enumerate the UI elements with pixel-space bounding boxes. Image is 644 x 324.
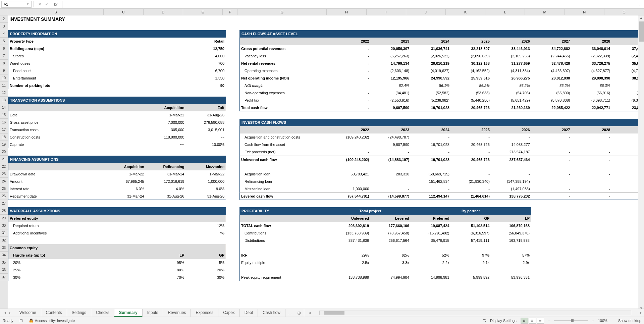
view-page-layout-icon[interactable]: ▤ bbox=[529, 318, 536, 324]
row-header[interactable]: 5 bbox=[0, 38, 8, 45]
select-all[interactable] bbox=[0, 9, 8, 15]
tab-contents[interactable]: Contents bbox=[41, 309, 67, 317]
row-header[interactable]: 28 bbox=[0, 207, 8, 215]
row-header[interactable]: 34 bbox=[0, 252, 8, 259]
vertical-scrollbar[interactable]: ▲ ▼ bbox=[638, 15, 644, 311]
formula-bar: A1▼ ✕ ✓ fx ⌄ bbox=[0, 0, 644, 9]
tab-capex[interactable]: Capex bbox=[218, 309, 240, 317]
row-header[interactable]: 4 bbox=[0, 30, 8, 38]
row-header[interactable]: 23 bbox=[0, 170, 8, 178]
status-bar: Ready ▢ 🙇 Accessibility: Investigate 🖵 D… bbox=[0, 317, 644, 324]
row-header[interactable]: 7 bbox=[0, 52, 8, 60]
tab-nav-prev-icon[interactable]: ► bbox=[8, 311, 11, 315]
zoom-slider[interactable] bbox=[554, 320, 588, 321]
view-page-break-icon[interactable]: ▭ bbox=[537, 318, 544, 324]
confirm-icon[interactable]: ✓ bbox=[45, 2, 49, 7]
col-header[interactable]: F bbox=[223, 9, 237, 15]
sheet-tab-bar: ◄ ► WelcomeContentsSettingsChecksSummary… bbox=[0, 309, 644, 317]
tab-summary[interactable]: Summary bbox=[114, 309, 143, 317]
tab-welcome[interactable]: Welcome bbox=[15, 309, 41, 317]
macro-record-icon[interactable]: ▢ bbox=[19, 318, 23, 323]
row-header[interactable]: 10 bbox=[0, 74, 8, 82]
cancel-icon[interactable]: ✕ bbox=[38, 2, 42, 7]
row-header[interactable]: 30 bbox=[0, 222, 8, 229]
col-header[interactable]: M bbox=[525, 9, 565, 15]
fx-icon[interactable]: fx bbox=[54, 2, 57, 7]
hscroll-left-icon[interactable]: ◄ bbox=[307, 311, 313, 315]
row-header[interactable]: 35 bbox=[0, 259, 8, 266]
tab-add-icon[interactable]: ⊕ bbox=[294, 310, 304, 316]
row-header[interactable]: 8 bbox=[0, 60, 8, 67]
row-header[interactable]: 19 bbox=[0, 141, 8, 148]
row-header[interactable]: 37 bbox=[0, 274, 8, 281]
row-header[interactable]: 18 bbox=[0, 133, 8, 141]
tab-debt[interactable]: Debt bbox=[240, 309, 258, 317]
row-header[interactable]: 12 bbox=[0, 89, 8, 97]
row-header[interactable]: 6 bbox=[0, 45, 8, 52]
status-ready: Ready bbox=[3, 319, 13, 323]
row-header[interactable]: 2 bbox=[0, 15, 8, 23]
tab-inputs[interactable]: Inputs bbox=[143, 309, 163, 317]
tab-revenues[interactable]: Revenues bbox=[163, 309, 191, 317]
row-header[interactable]: 17 bbox=[0, 126, 8, 133]
accessibility-icon[interactable]: 🙇 bbox=[29, 318, 34, 323]
zoom-in-icon[interactable]: + bbox=[592, 319, 594, 323]
hscroll-right-icon[interactable]: ► bbox=[638, 311, 644, 315]
col-header[interactable]: O bbox=[604, 9, 644, 15]
chevron-down-icon[interactable]: ▼ bbox=[26, 3, 29, 6]
col-header[interactable]: K bbox=[446, 9, 485, 15]
row-header[interactable]: 26 bbox=[0, 193, 8, 200]
row-header[interactable]: 14 bbox=[0, 104, 8, 111]
row-header[interactable]: 31 bbox=[0, 229, 8, 237]
col-header[interactable]: H bbox=[327, 9, 366, 15]
row-header[interactable]: 33 bbox=[0, 244, 8, 252]
name-box[interactable]: A1▼ bbox=[1, 1, 32, 8]
status-display[interactable]: Display Settings bbox=[490, 319, 517, 323]
row-header[interactable]: 24 bbox=[0, 178, 8, 185]
row-header[interactable]: 9 bbox=[0, 67, 8, 74]
row-header[interactable]: 32 bbox=[0, 237, 8, 244]
col-header[interactable]: I bbox=[367, 9, 406, 15]
col-header[interactable]: J bbox=[406, 9, 446, 15]
formula-input[interactable] bbox=[62, 1, 638, 8]
row-header[interactable]: 11 bbox=[0, 82, 8, 89]
row-header[interactable]: 25 bbox=[0, 185, 8, 193]
worksheet[interactable]: INVESTMENT SUMMARYPROPERTY INFORMATIONPr… bbox=[8, 15, 644, 312]
row-header[interactable]: 15 bbox=[0, 111, 8, 119]
row-header[interactable]: 13 bbox=[0, 97, 8, 104]
tab-more[interactable]: … bbox=[285, 311, 294, 315]
tab-settings[interactable]: Settings bbox=[67, 309, 91, 317]
view-normal-icon[interactable]: ▦ bbox=[521, 318, 528, 324]
page-title: INVESTMENT SUMMARY bbox=[8, 15, 644, 23]
col-header[interactable]: E bbox=[183, 9, 223, 15]
row-header[interactable]: 3 bbox=[0, 23, 8, 30]
horizontal-scrollbar[interactable] bbox=[319, 311, 631, 315]
row-header[interactable]: 36 bbox=[0, 266, 8, 274]
row-header[interactable]: 20 bbox=[0, 148, 8, 156]
status-accessibility[interactable]: Accessibility: Investigate bbox=[35, 319, 75, 323]
tab-nav-first-icon[interactable]: ◄ bbox=[3, 311, 7, 315]
tab-expenses[interactable]: Expenses bbox=[191, 309, 218, 317]
row-header[interactable]: 22 bbox=[0, 163, 8, 170]
col-header[interactable]: C bbox=[104, 9, 143, 15]
zoom-level[interactable]: 100% bbox=[598, 319, 607, 323]
col-header[interactable]: N bbox=[565, 9, 604, 15]
row-header[interactable]: 21 bbox=[0, 156, 8, 163]
row-header[interactable]: 16 bbox=[0, 119, 8, 126]
row-header[interactable]: 29 bbox=[0, 215, 8, 222]
expand-formula-icon[interactable]: ⌄ bbox=[638, 3, 643, 6]
col-header[interactable]: D bbox=[144, 9, 183, 15]
display-settings-icon[interactable]: 🖵 bbox=[482, 319, 486, 323]
row-header[interactable]: 27 bbox=[0, 200, 8, 207]
col-header[interactable]: L bbox=[485, 9, 525, 15]
zoom-out-icon[interactable]: − bbox=[548, 319, 550, 323]
tab-checks[interactable]: Checks bbox=[91, 309, 114, 317]
col-header[interactable]: B bbox=[8, 9, 104, 15]
show-desktop[interactable]: Show desktop bbox=[618, 319, 641, 323]
col-header[interactable]: G bbox=[237, 9, 327, 15]
tab-cash-flow[interactable]: Cash flow bbox=[258, 309, 285, 317]
